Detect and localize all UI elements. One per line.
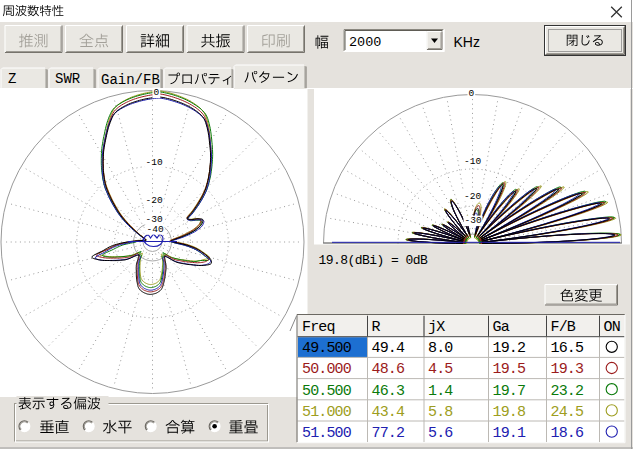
svg-text:19.2: 19.2 bbox=[493, 340, 526, 357]
svg-text:19.8: 19.8 bbox=[493, 404, 526, 421]
svg-text:-10: -10 bbox=[464, 156, 481, 167]
svg-text:-40: -40 bbox=[147, 224, 164, 235]
svg-text:0: 0 bbox=[469, 88, 475, 99]
svg-text:19.5: 19.5 bbox=[493, 361, 526, 378]
svg-text:-10: -10 bbox=[146, 157, 163, 168]
svg-text:5.8: 5.8 bbox=[428, 404, 453, 421]
svg-text:2000: 2000 bbox=[349, 35, 381, 50]
svg-text:24.5: 24.5 bbox=[551, 404, 584, 421]
svg-text:23.2: 23.2 bbox=[551, 383, 584, 400]
svg-text:1.4: 1.4 bbox=[428, 383, 453, 400]
svg-text:0: 0 bbox=[154, 87, 160, 98]
svg-text:19.3: 19.3 bbox=[551, 361, 584, 378]
svg-text:50.000: 50.000 bbox=[302, 361, 352, 378]
svg-text:8.0: 8.0 bbox=[428, 340, 453, 357]
svg-text:jX: jX bbox=[428, 319, 445, 336]
svg-text:16.5: 16.5 bbox=[551, 340, 584, 357]
svg-text:5.6: 5.6 bbox=[428, 425, 453, 442]
svg-text:-20: -20 bbox=[146, 195, 163, 206]
svg-text:51.000: 51.000 bbox=[302, 404, 352, 421]
svg-text:Freq: Freq bbox=[302, 319, 335, 336]
svg-text:46.3: 46.3 bbox=[372, 383, 405, 400]
svg-text:77.2: 77.2 bbox=[372, 425, 405, 442]
svg-text:ON: ON bbox=[604, 319, 620, 336]
svg-text:Z: Z bbox=[8, 71, 16, 87]
svg-text:50.500: 50.500 bbox=[302, 383, 352, 400]
svg-text:43.4: 43.4 bbox=[372, 404, 405, 421]
svg-text:19.1: 19.1 bbox=[493, 425, 526, 442]
svg-text:-30: -30 bbox=[465, 215, 482, 226]
svg-text:Ga: Ga bbox=[493, 319, 510, 336]
svg-text:51.500: 51.500 bbox=[302, 425, 352, 442]
svg-text:18.6: 18.6 bbox=[551, 425, 584, 442]
svg-text:19.8(dBi) = 0dB: 19.8(dBi) = 0dB bbox=[319, 253, 429, 268]
svg-text:R: R bbox=[372, 319, 381, 336]
svg-text:-20: -20 bbox=[464, 191, 481, 202]
svg-text:48.6: 48.6 bbox=[372, 361, 405, 378]
svg-text:SWR: SWR bbox=[55, 71, 81, 87]
svg-text:49.4: 49.4 bbox=[372, 340, 405, 357]
svg-text:49.500: 49.500 bbox=[302, 340, 352, 357]
svg-text:19.7: 19.7 bbox=[493, 383, 526, 400]
svg-text:4.5: 4.5 bbox=[428, 361, 453, 378]
svg-text:KHz: KHz bbox=[454, 34, 480, 50]
svg-text:Gain/FB: Gain/FB bbox=[101, 72, 160, 88]
svg-text:F/B: F/B bbox=[551, 319, 576, 336]
